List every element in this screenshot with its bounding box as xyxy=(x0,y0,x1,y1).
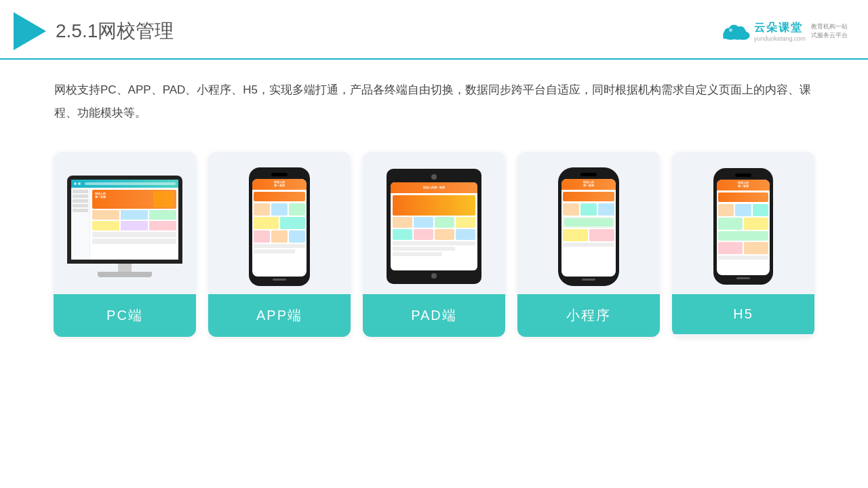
phone-notch-h5 xyxy=(735,174,751,177)
miniapp-text1 xyxy=(563,243,614,247)
card-pc: 职进人的第一堂课 xyxy=(54,152,196,337)
card-miniapp: 职进人的第一堂课 xyxy=(517,152,660,337)
dot2 xyxy=(78,182,81,185)
phone-topbar-miniapp: 职进人的第一堂课 xyxy=(561,179,616,190)
h5-green-block xyxy=(718,231,768,241)
miniapp-row1 xyxy=(563,203,614,216)
card-h5: 职进人的第一堂课 xyxy=(672,152,814,337)
device-cards-container: 职进人的第一堂课 xyxy=(0,138,868,350)
phone-topbar-h5: 职进人的第一堂课 xyxy=(717,180,770,190)
brand-name-text: 云朵课堂 xyxy=(754,21,803,35)
phone-text-line2 xyxy=(254,249,295,253)
screen-grid xyxy=(92,210,176,230)
tablet-text2 xyxy=(393,247,455,251)
tablet-banner xyxy=(393,195,475,216)
h5-row1 xyxy=(718,204,768,216)
page-title: 2.5.1网校管理 xyxy=(56,18,174,44)
phone-body xyxy=(252,190,307,277)
card-h5-label: H5 xyxy=(672,294,814,334)
brand-logo-icon: 云朵课堂 yunduoketang.com 教育机构一站 式服务云平台 xyxy=(719,20,848,42)
phone-home-button xyxy=(273,279,286,281)
phone-notch-miniapp xyxy=(580,173,597,176)
phone-row3 xyxy=(254,230,305,243)
card-miniapp-image: 职进人的第一堂课 xyxy=(517,152,660,294)
brand-info: 云朵课堂 yunduoketang.com 教育机构一站 式服务云平台 xyxy=(719,20,848,42)
screen-main: 职进人的第一堂课 xyxy=(90,188,178,260)
card-pc-image: 职进人的第一堂课 xyxy=(54,152,196,294)
pc-mockup: 职进人的第一堂课 xyxy=(67,176,182,277)
screen-body: 职进人的第一堂课 xyxy=(71,188,178,260)
phone-body-miniapp xyxy=(561,190,616,277)
tablet-top-btn xyxy=(431,174,437,180)
brand-logo: 云朵课堂 yunduoketang.com 教育机构一站 式服务云平台 xyxy=(719,20,848,42)
phone-mockup-miniapp: 职进人的第一堂课 xyxy=(558,167,619,286)
phone-screen-miniapp: 职进人的第一堂课 xyxy=(561,179,616,277)
miniapp-row2 xyxy=(563,229,614,241)
card-h5-image: 职进人的第一堂课 xyxy=(672,152,814,294)
card-pad-label: PAD端 xyxy=(363,294,505,337)
card-pad-image: 职进人的第一堂课 xyxy=(363,152,505,294)
monitor-frame: 职进人的第一堂课 xyxy=(67,176,182,264)
phone-body-h5 xyxy=(717,190,770,275)
screen-text-line2 xyxy=(92,239,176,244)
address-bar xyxy=(85,182,176,185)
monitor-screen: 职进人的第一堂课 xyxy=(71,180,178,260)
screen-text-line xyxy=(92,232,176,237)
monitor-neck xyxy=(118,264,132,272)
tablet-text3 xyxy=(393,252,442,256)
card-app-image: 职进人的第一堂课 xyxy=(208,152,351,294)
phone-topbar: 职进人的第一堂课 xyxy=(252,179,307,190)
logo-triangle-icon xyxy=(14,12,46,50)
cloud-svg-icon xyxy=(719,20,751,42)
banner-img xyxy=(153,191,174,207)
screen-sidebar xyxy=(71,188,90,260)
tablet-bottom-btn xyxy=(431,273,437,279)
h5-text1 xyxy=(718,256,768,260)
h5-home-button xyxy=(736,277,750,279)
brand-tagline-2: 式服务云平台 xyxy=(811,31,848,40)
page-header: 2.5.1网校管理 云朵课堂 yunduok xyxy=(0,0,868,60)
h5-row2 xyxy=(718,218,768,230)
brand-tagline-1: 教育机构一站 xyxy=(811,22,848,31)
screen-banner: 职进人的第一堂课 xyxy=(92,190,176,209)
phone-mockup-app: 职进人的第一堂课 xyxy=(249,167,310,286)
h5-row3 xyxy=(718,242,768,254)
dot1 xyxy=(74,182,77,185)
screen-topbar xyxy=(71,180,178,188)
phone-row1 xyxy=(254,203,305,216)
tablet-screen: 职进人的第一堂课 xyxy=(391,182,477,270)
tablet-mockup: 职进人的第一堂课 xyxy=(387,169,481,284)
miniapp-banner xyxy=(563,192,614,201)
monitor-base xyxy=(98,272,152,277)
phone-mockup-h5: 职进人的第一堂课 xyxy=(713,168,773,285)
miniapp-green-banner xyxy=(563,217,614,228)
phone-row2 xyxy=(254,217,305,229)
svg-point-7 xyxy=(729,28,732,32)
miniapp-home-button xyxy=(582,279,595,281)
tablet-grid xyxy=(393,217,475,240)
header-left: 2.5.1网校管理 xyxy=(14,12,174,50)
card-app-label: APP端 xyxy=(208,294,351,337)
brand-url-text: yunduoketang.com xyxy=(754,35,806,42)
phone-text-line xyxy=(254,244,305,248)
phone-banner xyxy=(254,192,305,201)
card-pad: 职进人的第一堂课 xyxy=(363,152,505,337)
card-miniapp-label: 小程序 xyxy=(517,294,660,337)
svg-rect-6 xyxy=(723,33,747,39)
description-paragraph: 网校支持PC、APP、PAD、小程序、H5，实现多端打通，产品各终端自由切换，数… xyxy=(54,79,814,125)
card-pc-label: PC端 xyxy=(54,294,196,337)
card-app: 职进人的第一堂课 xyxy=(208,152,351,337)
phone-screen-h5: 职进人的第一堂课 xyxy=(717,180,770,275)
tablet-topbar: 职进人的第一堂课 xyxy=(391,182,477,193)
description-text: 网校支持PC、APP、PAD、小程序、H5，实现多端打通，产品各终端自由切换，数… xyxy=(0,60,868,138)
h5-banner xyxy=(718,192,768,202)
tablet-text1 xyxy=(393,241,475,245)
phone-screen: 职进人的第一堂课 xyxy=(252,179,307,277)
tablet-body xyxy=(391,193,477,270)
phone-notch xyxy=(271,173,288,176)
